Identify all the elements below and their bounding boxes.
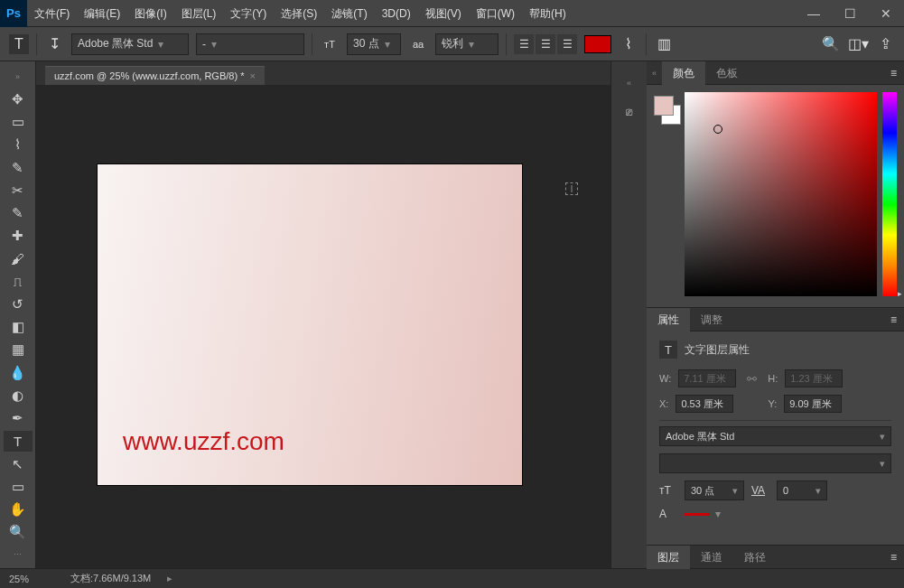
font-size-icon: тT — [659, 484, 677, 497]
dock-panel-icon[interactable]: ⎚ — [617, 99, 642, 125]
font-style-dropdown[interactable]: - — [196, 33, 304, 55]
menu-filter[interactable]: 滤镜(T) — [324, 0, 374, 27]
lasso-tool[interactable]: ⌇ — [4, 135, 33, 155]
brush-tool[interactable]: 🖌 — [4, 248, 33, 269]
size-row: W: ⚯ H: — [659, 369, 891, 387]
fg-bg-swatches[interactable] — [654, 92, 679, 300]
panel-menu-icon[interactable]: ≡ — [883, 313, 904, 326]
color-field[interactable] — [685, 92, 877, 296]
history-brush-tool[interactable]: ↺ — [4, 294, 33, 314]
properties-tab[interactable]: 属性 — [647, 308, 690, 331]
width-label: W: — [659, 373, 671, 384]
tab-close-icon[interactable]: × — [249, 70, 255, 81]
text-color-icon: A — [659, 508, 677, 520]
share-icon[interactable]: ⇪ — [875, 34, 895, 54]
font-family-dropdown[interactable]: Adobe 黑体 Std — [71, 33, 189, 55]
font-size-dropdown[interactable]: 30 点 — [347, 33, 401, 55]
x-input[interactable] — [676, 395, 733, 413]
align-right-button[interactable]: ☰ — [557, 34, 577, 54]
stamp-tool[interactable]: ⎍ — [4, 271, 33, 292]
close-button[interactable]: ✕ — [868, 0, 904, 27]
menu-help[interactable]: 帮助(H) — [522, 0, 573, 27]
eyedropper-tool[interactable]: ✎ — [4, 202, 33, 223]
status-expand-icon[interactable]: ▸ — [167, 573, 172, 584]
healing-tool[interactable]: ✚ — [4, 226, 33, 247]
zoom-tool[interactable]: 🔍 — [4, 522, 33, 543]
align-left-button[interactable]: ☰ — [514, 34, 534, 54]
type-tool[interactable]: T — [4, 431, 33, 452]
height-input — [785, 369, 843, 387]
text-color-swatch[interactable] — [584, 35, 611, 53]
hand-tool[interactable]: ✋ — [4, 499, 33, 519]
menu-view[interactable]: 视图(V) — [418, 0, 469, 27]
warp-text-icon[interactable]: ⌇ — [619, 34, 638, 54]
props-style-dropdown[interactable] — [659, 453, 891, 473]
properties-body: T 文字图层属性 W: ⚯ H: X: Y: — [647, 331, 904, 529]
maximize-button[interactable]: ☐ — [832, 0, 868, 27]
document-tab[interactable]: uzzf.com @ 25% (www.uzzf.com, RGB/8) * × — [45, 66, 265, 85]
text-color-row: A ▾ — [659, 508, 891, 520]
expand-tools-icon[interactable]: » — [4, 66, 33, 87]
minimize-button[interactable]: — — [796, 0, 832, 27]
layers-tab[interactable]: 图层 — [647, 546, 690, 569]
document-tabs: uzzf.com @ 25% (www.uzzf.com, RGB/8) * × — [36, 61, 610, 85]
menu-image[interactable]: 图像(I) — [127, 0, 173, 27]
marquee-tool[interactable]: ▭ — [4, 111, 33, 132]
panel-menu-icon[interactable]: ≡ — [883, 551, 904, 564]
search-icon[interactable]: 🔍 — [821, 34, 841, 54]
menu-type[interactable]: 文字(Y) — [223, 0, 274, 27]
menu-select[interactable]: 选择(S) — [274, 0, 324, 27]
edit-toolbar-icon[interactable]: ⋯ — [4, 544, 33, 565]
canvas-container[interactable]: www.uzzf.com I — [36, 85, 610, 568]
canvas-text-layer[interactable]: www.uzzf.com — [123, 427, 284, 456]
separator — [312, 33, 312, 55]
props-font-dropdown[interactable]: Adobe 黑体 Std — [659, 426, 891, 446]
channels-tab[interactable]: 通道 — [690, 546, 733, 569]
props-tracking-dropdown[interactable]: 0 — [777, 481, 827, 500]
dodge-tool[interactable]: ◐ — [4, 385, 33, 406]
text-color-underline[interactable] — [685, 513, 710, 516]
paths-tab[interactable]: 路径 — [733, 546, 777, 569]
menu-edit[interactable]: 编辑(E) — [77, 0, 127, 27]
menu-window[interactable]: 窗口(W) — [469, 0, 522, 27]
text-orientation-icon[interactable]: ↧ — [44, 34, 64, 54]
y-input[interactable] — [784, 395, 842, 413]
swatches-tab[interactable]: 色板 — [705, 61, 749, 85]
menu-file[interactable]: 文件(F) — [27, 0, 77, 27]
adjustments-tab[interactable]: 调整 — [690, 308, 733, 331]
options-bar: T ↧ Adobe 黑体 Std - тT 30 点 aa 锐利 ☰ ☰ ☰ ⌇… — [0, 27, 904, 61]
align-center-button[interactable]: ☰ — [536, 34, 555, 54]
rectangle-tool[interactable]: ▭ — [4, 476, 33, 497]
zoom-level[interactable]: 25% — [9, 574, 54, 584]
pen-tool[interactable]: ✒ — [4, 408, 33, 429]
foreground-swatch[interactable] — [654, 96, 674, 116]
panel-toggle-icon[interactable]: ▥ — [654, 34, 674, 54]
crop-tool[interactable]: ✂ — [4, 180, 33, 201]
hue-slider[interactable]: ▸ — [882, 92, 897, 296]
color-marker[interactable] — [713, 125, 722, 134]
panel-menu-icon[interactable]: ≡ — [883, 67, 904, 79]
properties-panel: 属性 调整 ≡ T 文字图层属性 W: ⚯ H: X: — [647, 307, 904, 545]
antialias-dropdown[interactable]: 锐利 — [435, 33, 499, 55]
color-dropdown-icon[interactable]: ▾ — [715, 508, 721, 520]
quick-select-tool[interactable]: ✎ — [4, 157, 33, 178]
gradient-tool[interactable]: ▦ — [4, 340, 33, 360]
canvas[interactable]: www.uzzf.com I — [98, 164, 522, 485]
menu-items: 文件(F) 编辑(E) 图像(I) 图层(L) 文字(Y) 选择(S) 滤镜(T… — [27, 0, 796, 27]
menu-layer[interactable]: 图层(L) — [174, 0, 224, 27]
collapse-panel-icon[interactable]: « — [647, 69, 662, 78]
link-wh-icon[interactable]: ⚯ — [743, 372, 760, 386]
workspace-icon[interactable]: ◫▾ — [848, 34, 868, 54]
dock-expand-icon[interactable]: « — [617, 70, 642, 96]
eraser-tool[interactable]: ◧ — [4, 317, 33, 338]
window-controls: — ☐ ✕ — [796, 0, 904, 27]
props-size-dropdown[interactable]: 30 点 — [685, 481, 744, 500]
menu-3d[interactable]: 3D(D) — [375, 0, 418, 27]
workspace: uzzf.com @ 25% (www.uzzf.com, RGB/8) * ×… — [36, 61, 610, 568]
color-panel-tabs: « 颜色 色板 ≡ — [647, 61, 904, 85]
move-tool[interactable]: ✥ — [4, 89, 33, 109]
color-tab[interactable]: 颜色 — [662, 61, 705, 85]
blur-tool[interactable]: 💧 — [4, 362, 33, 383]
tools-panel: » ✥ ▭ ⌇ ✎ ✂ ✎ ✚ 🖌 ⎍ ↺ ◧ ▦ 💧 ◐ ✒ T ↖ ▭ ✋ … — [0, 61, 36, 568]
path-select-tool[interactable]: ↖ — [4, 453, 33, 474]
